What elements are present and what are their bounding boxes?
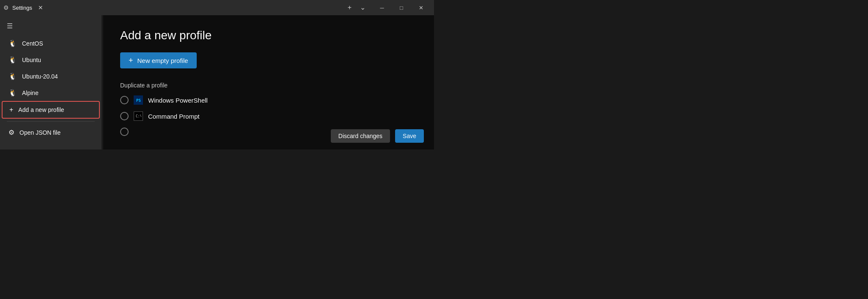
sidebar-item-add-profile[interactable]: + Add a new profile	[2, 101, 100, 119]
sidebar-item-json[interactable]: ⚙ Open JSON file	[2, 124, 100, 141]
minimize-button[interactable]: ─	[372, 1, 392, 14]
duplicate-label: Duplicate a profile	[120, 82, 417, 89]
cmd-name: Command Prompt	[148, 113, 200, 120]
dropdown-button[interactable]: ⌄	[357, 3, 369, 12]
ubuntu2004-icon: 🐧	[8, 72, 17, 80]
content-area: Add a new profile + New empty profile Du…	[103, 15, 434, 150]
centos-icon: 🐧	[8, 39, 17, 47]
close-tab-button[interactable]: ✕	[36, 3, 46, 12]
title-bar: ⚙ Settings ✕ + ⌄ ─ □ ✕	[0, 0, 434, 15]
alpine-icon: 🐧	[8, 89, 17, 97]
radio-partial[interactable]	[120, 128, 129, 136]
hamburger-icon: ☰	[7, 22, 13, 30]
main-layout: ☰ 🐧 CentOS 🐧 Ubuntu 🐧 Ubuntu-20.04 🐧 Alp…	[0, 15, 434, 150]
title-bar-title: Settings	[12, 5, 32, 11]
ubuntu-icon: 🐧	[8, 56, 17, 64]
sidebar: ☰ 🐧 CentOS 🐧 Ubuntu 🐧 Ubuntu-20.04 🐧 Alp…	[0, 15, 102, 150]
powershell-name: Windows PowerShell	[148, 97, 208, 104]
profile-option-powershell[interactable]: PS Windows PowerShell	[120, 95, 417, 105]
radio-powershell[interactable]	[120, 96, 129, 104]
hamburger-button[interactable]: ☰	[0, 19, 102, 33]
sidebar-item-alpine[interactable]: 🐧 Alpine	[2, 84, 100, 101]
radio-cmd[interactable]	[120, 112, 129, 120]
alpine-label: Alpine	[22, 90, 38, 96]
svg-text:C:\: C:\	[136, 114, 141, 118]
bottom-bar: Discard changes Save	[331, 129, 424, 143]
new-empty-profile-button[interactable]: + New empty profile	[120, 52, 197, 68]
json-label: Open JSON file	[19, 129, 60, 136]
powershell-icon: PS	[134, 95, 143, 105]
json-icon: ⚙	[8, 128, 14, 136]
add-profile-label: Add a new profile	[18, 106, 64, 113]
settings-icon: ⚙	[3, 4, 9, 11]
save-button[interactable]: Save	[395, 129, 424, 143]
sidebar-item-ubuntu2004[interactable]: 🐧 Ubuntu-20.04	[2, 68, 100, 84]
window-close-button[interactable]: ✕	[411, 1, 431, 14]
new-profile-plus-icon: +	[129, 57, 133, 64]
sidebar-item-centos[interactable]: 🐧 CentOS	[2, 35, 100, 52]
title-bar-actions: + ⌄	[344, 3, 369, 12]
add-tab-button[interactable]: +	[344, 3, 355, 12]
page-title: Add a new profile	[120, 29, 417, 42]
profile-option-cmd[interactable]: C:\ Command Prompt	[120, 111, 417, 121]
sidebar-item-ubuntu[interactable]: 🐧 Ubuntu	[2, 52, 100, 68]
window-controls: ─ □ ✕	[372, 1, 431, 14]
discard-changes-button[interactable]: Discard changes	[331, 129, 390, 143]
sidebar-divider	[7, 121, 95, 122]
ubuntu2004-label: Ubuntu-20.04	[22, 73, 58, 80]
add-profile-icon: +	[9, 106, 13, 114]
ubuntu-label: Ubuntu	[22, 57, 41, 63]
maximize-button[interactable]: □	[392, 1, 411, 14]
title-bar-left: ⚙ Settings ✕	[3, 3, 344, 12]
centos-label: CentOS	[22, 40, 43, 47]
sidebar-scroll: 🐧 CentOS 🐧 Ubuntu 🐧 Ubuntu-20.04 🐧 Alpin…	[0, 35, 102, 150]
new-profile-label: New empty profile	[137, 57, 188, 64]
svg-text:PS: PS	[136, 98, 141, 103]
cmd-icon: C:\	[134, 111, 143, 121]
